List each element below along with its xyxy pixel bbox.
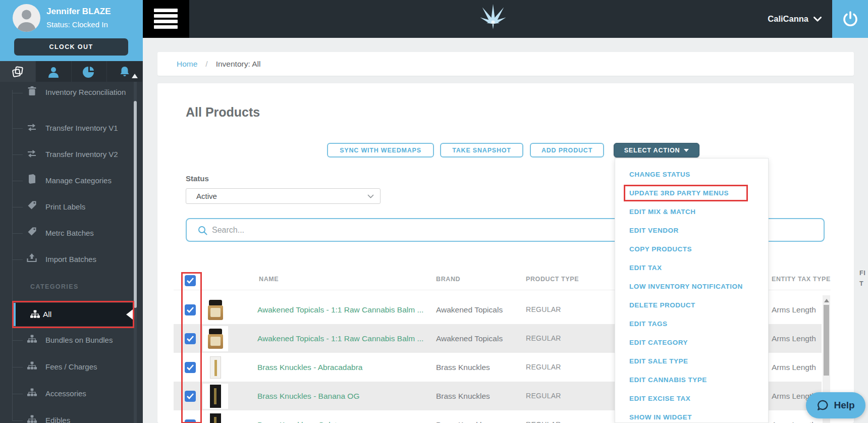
sidebar-item-transfer-inventory-v2[interactable]: Transfer Inventory V2: [26, 147, 118, 162]
power-icon: [842, 11, 859, 28]
jar-thumbnail: [208, 300, 223, 320]
bell-icon: [119, 66, 131, 78]
row-checkbox[interactable]: [185, 333, 196, 344]
select-action-label: SELECT ACTION: [624, 147, 680, 154]
light-box-thumbnail: [210, 356, 221, 379]
page-title: All Products: [186, 105, 260, 120]
help-button[interactable]: Help: [806, 392, 865, 418]
menu-item-copy-products[interactable]: COPY PRODUCTS: [629, 241, 692, 257]
caret-down-icon: [684, 149, 689, 152]
dark-box-thumbnail: [210, 413, 221, 423]
add-product-button[interactable]: ADD PRODUCT: [530, 143, 604, 157]
product-thumbnail: [203, 326, 228, 351]
menu-item-edit-tags[interactable]: EDIT TAGS: [629, 316, 668, 332]
sidebar-item-category-fees[interactable]: Fees / Charges: [26, 360, 97, 374]
sidebar-item-print-labels[interactable]: Print Labels: [26, 200, 85, 214]
entity-tax-cell: Arms Length: [772, 353, 816, 382]
tab-inventory[interactable]: [0, 61, 36, 82]
sidebar-item-label: Edibles: [45, 416, 70, 423]
sidebar-scroll-up-icon[interactable]: [132, 74, 138, 78]
sidebar-scrollbar-thumb[interactable]: [134, 101, 137, 308]
column-header-product-type[interactable]: PRODUCT TYPE: [526, 276, 579, 283]
check-icon: [187, 364, 194, 371]
product-name-link[interactable]: Awakened Topicals - 1:1 Raw Cannabis Bal…: [257, 324, 423, 353]
sidebar-item-category-bundles[interactable]: Bundles on Bundles: [26, 333, 113, 347]
menu-item-edit-excise-tax[interactable]: EDIT EXCISE TAX: [629, 391, 690, 407]
menu-item-edit-category[interactable]: EDIT CATEGORY: [629, 335, 688, 351]
person-icon: [13, 4, 40, 32]
sidebar-item-category-edibles[interactable]: Edibles: [26, 413, 70, 423]
tab-notifications[interactable]: [107, 61, 143, 82]
menu-item-low-inventory-notification[interactable]: LOW INVENTORY NOTIFICATION: [629, 279, 743, 295]
tab-reports[interactable]: [72, 61, 107, 82]
sidebar-item-category-all[interactable]: All: [14, 303, 133, 326]
transfer-icon: [26, 122, 37, 136]
sitemap-icon: [26, 387, 37, 401]
check-icon: [187, 278, 194, 284]
tag-icon: [26, 227, 37, 241]
sitemap-icon: [26, 334, 37, 348]
product-type-cell: REGULAR: [526, 295, 561, 324]
row-checkbox[interactable]: [185, 304, 196, 315]
tab-customers[interactable]: [36, 61, 72, 82]
pie-chart-icon: [83, 66, 95, 78]
product-name-link[interactable]: Brass Knuckles - Abracadabra: [257, 353, 363, 382]
product-thumbnail: [203, 412, 228, 423]
sidebar-item-metrc-batches[interactable]: Metrc Batches: [26, 226, 94, 240]
selected-indicator-bar: [14, 303, 16, 326]
sidebar-item-manage-categories[interactable]: Manage Categories: [26, 174, 112, 188]
breadcrumb-current: Inventory: All: [216, 60, 261, 69]
column-header-brand[interactable]: BRAND: [436, 276, 460, 283]
select-action-menu: CHANGE STATUS UPDATE 3RD PARTY MENUS EDI…: [615, 158, 769, 423]
sidebar-item-import-batches[interactable]: Import Batches: [26, 252, 96, 267]
breadcrumb: Home / Inventory: All: [157, 52, 854, 76]
product-type-cell: REGULAR: [526, 382, 561, 410]
menu-item-delete-product[interactable]: DELETE PRODUCT: [629, 297, 695, 313]
hamburger-menu-button[interactable]: [143, 0, 189, 38]
sidebar-item-label: All: [43, 303, 51, 326]
sidebar-item-label: Transfer Inventory V1: [45, 124, 118, 132]
sidebar-item-category-accessories[interactable]: Accessories: [26, 387, 86, 401]
table-scroll-up-icon[interactable]: [824, 299, 829, 302]
clock-out-button[interactable]: CLOCK OUT: [14, 38, 128, 56]
book-icon: [26, 174, 37, 188]
select-all-checkbox[interactable]: [185, 275, 196, 286]
tag-icon: [26, 200, 37, 215]
sync-with-weedmaps-button[interactable]: SYNC WITH WEEDMAPS: [327, 143, 434, 157]
breadcrumb-home-link[interactable]: Home: [177, 60, 197, 69]
select-action-button[interactable]: SELECT ACTION: [614, 143, 699, 157]
entity-tax-cell: Arms Length: [772, 324, 816, 353]
sidebar-icon-tabs: [0, 61, 143, 82]
menu-item-edit-cannabis-type[interactable]: EDIT CANNABIS TYPE: [629, 372, 707, 388]
brand-cell: Brass Knuckles: [436, 382, 490, 410]
product-name-link[interactable]: Brass Knuckles - Banana OG: [257, 382, 359, 410]
status-select[interactable]: Active: [186, 188, 381, 204]
table-scrollbar-thumb[interactable]: [824, 305, 829, 376]
search-icon: [198, 226, 207, 235]
product-name-link[interactable]: Brass Knuckles - Gelato: [257, 410, 341, 423]
menu-item-edit-sale-type[interactable]: EDIT SALE TYPE: [629, 353, 688, 369]
column-header-entity-tax-type[interactable]: ENTITY TAX TYPE: [772, 276, 831, 283]
column-header-name[interactable]: NAME: [259, 276, 279, 283]
product-thumbnail: [203, 355, 228, 380]
product-name-link[interactable]: Awakened Topicals - 1:1 Raw Cannabis Bal…: [257, 295, 423, 324]
menu-item-update-3rd-party-menus[interactable]: UPDATE 3RD PARTY MENUS: [629, 185, 729, 201]
menu-item-show-in-widget[interactable]: SHOW IN WIDGET: [629, 409, 692, 423]
sidebar: Jennifer BLAZE Status: Clocked In CLOCK …: [0, 0, 143, 423]
store-name: CaliCanna: [768, 14, 808, 24]
store-switcher[interactable]: CaliCanna: [768, 0, 822, 38]
sidebar-item-transfer-inventory-v1[interactable]: Transfer Inventory V1: [26, 121, 118, 135]
product-type-cell: REGULAR: [526, 410, 561, 423]
sidebar-item-inventory-reconciliation[interactable]: Inventory Reconciliation: [26, 86, 131, 100]
menu-item-edit-vendor[interactable]: EDIT VENDOR: [629, 223, 679, 239]
dark-box-thumbnail: [210, 385, 221, 408]
take-snapshot-button[interactable]: TAKE SNAPSHOT: [440, 143, 523, 157]
menu-item-change-status[interactable]: CHANGE STATUS: [629, 167, 690, 183]
row-checkbox[interactable]: [185, 419, 196, 423]
logout-power-button[interactable]: [832, 0, 868, 38]
row-checkbox[interactable]: [185, 391, 196, 402]
status-select-value: Active: [196, 192, 217, 200]
menu-item-edit-mix-match[interactable]: EDIT MIX & MATCH: [629, 204, 696, 220]
menu-item-edit-tax[interactable]: EDIT TAX: [629, 260, 662, 276]
row-checkbox[interactable]: [185, 362, 196, 373]
